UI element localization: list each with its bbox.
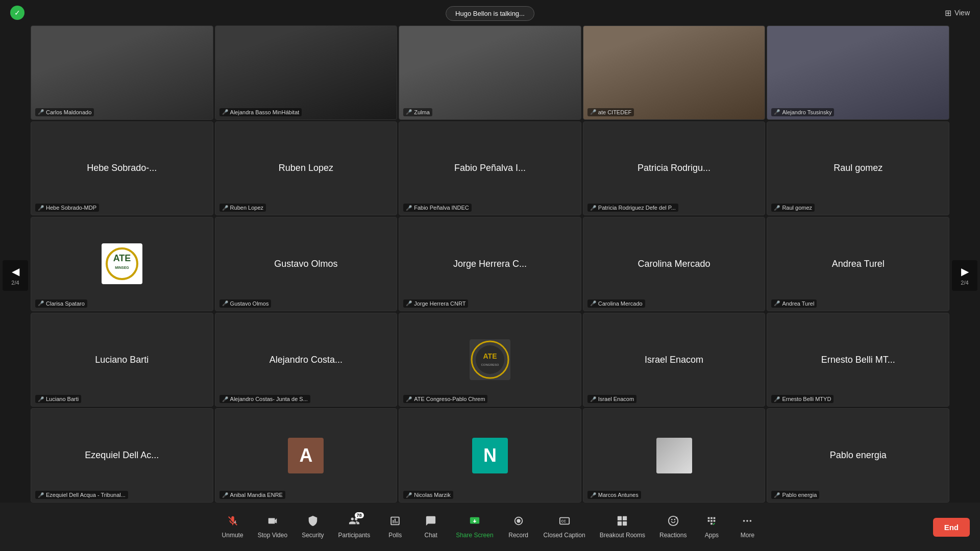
apps-label: Apps [705,532,719,539]
video-cell-r4c1[interactable]: Luciano Barti🎤Luciano Barti [31,313,213,407]
video-cell-r3c5[interactable]: Andrea Turel🎤Andrea Turel [767,217,949,311]
top-bar: ✓ Hugo Bellon is talking... ⊞ View [0,0,980,26]
unmute-label: Unmute [222,532,243,539]
video-cell-r5c3[interactable]: N🎤Nicolas Marzik [399,408,581,503]
cell-mic-icon: 🎤 [406,205,412,211]
video-cell-r4c2[interactable]: Alejandro Costa...🎤Alejandro Costas- Jun… [215,313,398,407]
more-icon [741,515,754,530]
cell-mic-icon: 🎤 [590,492,596,498]
participant-name-r2c1: Hebe Sobrado-... [82,163,162,173]
video-cell-r2c5[interactable]: Raul gomez🎤Raul gomez [767,121,949,216]
video-cell-r3c3[interactable]: Jorge Herrera C...🎤Jorge Herrera CNRT [399,217,581,311]
cell-mic-icon: 🎤 [590,205,596,211]
apps-icon [705,515,718,530]
video-cell-r3c2[interactable]: Gustavo Olmos🎤Gustavo Olmos [215,217,398,311]
shield-icon: ✓ [10,6,24,20]
participant-name-r2c5: Raul gomez [828,163,888,173]
cell-label-r1c2: 🎤Alejandra Basso MinHábitat [219,108,302,116]
participants-caret[interactable]: ▲ [355,519,359,524]
svg-point-25 [750,520,752,522]
ate-logo-r3c1: ATEMINSEG [102,243,142,284]
cell-mic-icon: 🎤 [38,205,44,211]
end-button[interactable]: End [933,518,970,537]
video-cell-r3c4[interactable]: Carolina Mercado🎤Carolina Mercado [583,217,766,311]
right-arrow-icon: ▶ [961,265,969,278]
apps-button[interactable]: Apps [694,511,729,543]
security-button[interactable]: Security [295,511,331,543]
video-cell-r3c1[interactable]: ATEMINSEG🎤Clarisa Spataro [31,217,213,311]
nav-left-button[interactable]: ◀ 2/4 [3,260,28,291]
record-label: Record [508,532,528,539]
cell-mic-icon: 🎤 [774,492,780,498]
avatar-r5c3: N [472,438,508,473]
share-screen-button[interactable]: ▲ Share Screen [449,511,500,543]
participants-icon: 78 ▲ [349,515,360,530]
polls-button[interactable]: Polls [377,511,413,543]
cell-label-r3c1: 🎤Clarisa Spataro [35,299,87,308]
share-caret[interactable]: ▲ [476,519,480,524]
share-screen-label: Share Screen [456,532,493,539]
closed-caption-label: Closed Caption [544,532,585,539]
svg-point-22 [674,518,675,520]
video-cell-r1c1[interactable]: 🎤Carlos Maldonado [31,26,213,120]
svg-rect-16 [618,516,622,520]
polls-icon [389,515,401,530]
left-page-label: 2/4 [11,280,19,286]
share-screen-icon: ▲ [468,515,481,530]
nav-right-button[interactable]: ▶ 2/4 [952,260,977,291]
unmute-button[interactable]: ▲ Unmute [215,511,251,543]
video-cell-r4c4[interactable]: Israel Enacom🎤Israel Enacom [583,313,766,407]
video-cell-r4c3[interactable]: ATECONGRESO🎤ATE Congreso-Pablo Chrem [399,313,581,407]
cell-mic-icon: 🎤 [38,109,44,115]
cell-label-r3c3: 🎤Jorge Herrera CNRT [403,299,468,308]
cell-label-r5c1: 🎤Ezequiel Dell Acqua - Tribunal... [35,491,128,499]
security-label: Security [302,532,324,539]
breakout-rooms-button[interactable]: Breakout Rooms [593,511,652,543]
video-cell-r2c1[interactable]: Hebe Sobrado-...🎤Hebe Sobrado-MDP [31,121,213,216]
cell-label-r1c4: 🎤ate CITEDEF [587,108,634,116]
right-page-label: 2/4 [961,280,968,286]
video-cell-r4c5[interactable]: Ernesto Belli MT...🎤Ernesto Belli MTYD [767,313,949,407]
cell-mic-icon: 🎤 [406,300,412,306]
cell-mic-icon: 🎤 [590,109,596,115]
svg-point-13 [517,519,520,522]
participant-name-r3c4: Carolina Mercado [633,259,716,269]
participants-button[interactable]: 78 ▲ Participants [331,511,377,543]
view-button[interactable]: ⊞ View [945,8,970,18]
video-cell-r5c1[interactable]: Ezequiel Dell Ac...🎤Ezequiel Dell Acqua … [31,408,213,503]
svg-rect-18 [618,521,622,525]
cell-mic-icon: 🎤 [774,205,780,211]
cell-label-r2c2: 🎤Ruben Lopez [219,204,266,212]
cell-mic-icon: 🎤 [774,109,780,115]
video-cell-r1c5[interactable]: 🎤Alejandro Tsusinsky [767,26,949,120]
closed-caption-button[interactable]: CC Closed Caption [536,511,593,543]
video-cell-r1c2[interactable]: 🎤Alejandra Basso MinHábitat [215,26,398,120]
svg-rect-19 [623,521,627,525]
video-cell-r2c2[interactable]: Ruben Lopez🎤Ruben Lopez [215,121,398,216]
video-cell-r5c5[interactable]: Pablo energia🎤Pablo energia [767,408,949,503]
avatar-r5c2: A [288,438,324,473]
avatar-r5c4 [656,438,692,473]
video-cell-r5c4[interactable]: 🎤Marcos Antunes [583,408,766,503]
video-cell-r1c4[interactable]: 🎤ate CITEDEF [583,26,766,120]
video-caret[interactable]: ▲ [273,519,277,524]
video-cell-r5c2[interactable]: A🎤Anibal Mandia ENRE [215,408,398,503]
chat-button[interactable]: Chat [413,511,449,543]
record-button[interactable]: Record [501,511,536,543]
svg-point-24 [747,520,749,522]
stop-video-button[interactable]: ▲ Stop Video [251,511,295,543]
participant-name-r4c4: Israel Enacom [640,355,708,365]
reactions-button[interactable]: Reactions [652,511,694,543]
mic-icon: ▲ [227,515,238,530]
video-cell-r1c3[interactable]: 🎤Zulma [399,26,581,120]
more-button[interactable]: More [729,511,765,543]
cell-mic-icon: 🎤 [222,205,228,211]
unmute-caret[interactable]: ▲ [233,519,237,524]
video-cell-r2c3[interactable]: Fabio Peñalva I...🎤Fabio Peñalva INDEC [399,121,581,216]
view-label: View [954,9,970,17]
cell-mic-icon: 🎤 [222,109,228,115]
grid-view-icon: ⊞ [945,8,951,18]
talking-indicator: Hugo Bellon is talking... [446,6,534,21]
video-cell-r2c4[interactable]: Patricia Rodrigu...🎤Patricia Rodriguez D… [583,121,766,216]
svg-text:ATE: ATE [113,253,131,263]
